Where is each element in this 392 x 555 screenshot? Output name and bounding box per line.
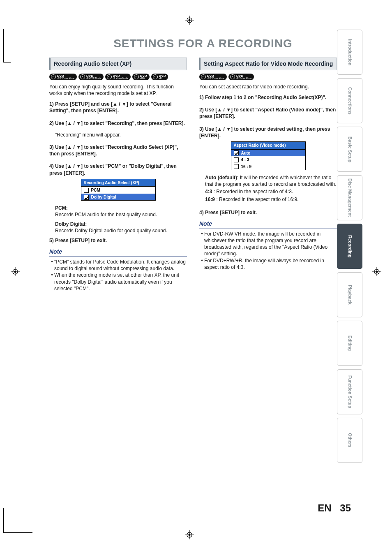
note-heading-right: Note <box>199 220 337 229</box>
svg-point-11 <box>14 271 16 273</box>
section-heading-left: Recording Audio Select (XP) <box>49 58 187 70</box>
r43-term: 4:3 <box>205 189 212 194</box>
disc-icon <box>134 74 139 79</box>
step-5: 5) Press [SETUP] to exit. <box>49 237 187 244</box>
menu-row[interactable]: Dolby Digital <box>81 194 155 201</box>
step-1: 1) Press [SETUP] and use [▲ / ▼] to sele… <box>49 101 187 114</box>
svg-point-15 <box>376 271 378 273</box>
note-item: For DVD+RW/+R, the image will always be … <box>204 257 337 271</box>
auto-term: Auto (default) <box>205 175 237 180</box>
checkbox-icon <box>234 164 239 169</box>
dvd-disc-badge: DVD+R <box>151 74 168 80</box>
checkbox-icon <box>234 150 239 155</box>
page-footer: EN 35 <box>318 502 351 514</box>
dolby-desc: Records Dolby Digital audio for good qua… <box>55 227 187 234</box>
section-tab[interactable]: Playback <box>337 272 362 317</box>
note-item: When the recording mode is set at other … <box>54 272 187 292</box>
step-4: 4) Use [▲ / ▼] to select "PCM" or "Dolby… <box>49 163 187 176</box>
crop-mark-bottom-left <box>3 508 32 533</box>
note-item: For DVD-RW VR mode, the image will be re… <box>204 231 337 257</box>
pcm-term: PCM: <box>55 205 187 211</box>
note-item: "PCM" stands for Pulse Code Modulation. … <box>54 259 187 272</box>
disc-icon <box>107 74 112 79</box>
dolby-term: Dolby Digital: <box>55 221 187 227</box>
r43-def: 4:3 : Recorded in the aspect ratio of 4:… <box>205 188 337 195</box>
menu-row[interactable]: Auto <box>231 150 305 157</box>
section-tab[interactable]: Introduction <box>337 30 362 75</box>
svg-point-3 <box>189 19 191 21</box>
step-r3: 3) Use [▲ / ▼] to select your desired se… <box>199 126 337 139</box>
registration-mark-icon <box>372 267 381 276</box>
section-tab[interactable]: Others <box>337 418 362 463</box>
step-2: 2) Use [▲ / ▼] to select "Recording", th… <box>49 120 187 127</box>
disc-icon <box>51 74 56 79</box>
section-tab[interactable]: Function Setup <box>337 369 362 414</box>
registration-mark-icon <box>185 530 194 539</box>
registration-mark-icon <box>11 267 20 276</box>
menu-row-label: Auto <box>241 150 251 156</box>
r169-body: : Recorded in the aspect ratio of 16:9. <box>216 197 298 202</box>
menu-aspect-ratio: Aspect Ratio (Video mode) Auto4 : 316 : … <box>231 141 306 170</box>
menu-row-label: 4 : 3 <box>241 157 249 163</box>
disc-badges-right: DVD-RW Video ModeDVD-R Video Mode <box>199 74 337 80</box>
checkbox-icon <box>84 195 89 200</box>
menu-row[interactable]: PCM <box>81 187 155 194</box>
checkbox-icon <box>84 188 89 193</box>
disc-icon <box>201 74 206 79</box>
section-tab[interactable]: Recording <box>337 224 362 269</box>
disc-icon <box>153 74 158 79</box>
disc-icon <box>80 74 85 79</box>
r169-term: 16:9 <box>205 197 215 202</box>
notes-right: For DVD-RW VR mode, the image will be re… <box>199 231 337 271</box>
menu-row[interactable]: 16 : 9 <box>231 163 305 170</box>
checkbox-icon <box>234 157 239 162</box>
dvd-disc-badge: DVD+RW <box>132 74 150 80</box>
disc-icon <box>230 74 235 79</box>
menu-row-label: 16 : 9 <box>241 164 252 170</box>
dvd-disc-badge: DVD-RW VR Mode <box>78 74 103 80</box>
note-heading-left: Note <box>49 248 187 257</box>
dvd-disc-badge: DVD-RW Video Mode <box>49 74 77 80</box>
intro-left: You can enjoy high quality sound recordi… <box>49 83 187 97</box>
r43-body: : Recorded in the aspect ratio of 4:3. <box>214 189 293 194</box>
intro-right: You can set aspect ratio for video mode … <box>199 83 337 90</box>
dvd-disc-badge: DVD-RW Video Mode <box>199 74 227 80</box>
menu-row[interactable]: 4 : 3 <box>231 156 305 163</box>
menu-title: Recording Audio Select (XP) <box>81 179 155 187</box>
page-title: SETTINGS FOR A RECORDING <box>49 37 357 50</box>
section-tab[interactable]: Disc Management <box>337 175 362 220</box>
menu-row-label: Dolby Digital <box>91 194 116 200</box>
menu-audio-select: Recording Audio Select (XP) PCMDolby Dig… <box>81 179 156 201</box>
menu-title: Aspect Ratio (Video mode) <box>231 142 305 150</box>
dvd-disc-badge: DVD-R Video Mode <box>228 74 254 80</box>
svg-point-7 <box>189 534 191 536</box>
col-left: Recording Audio Select (XP) DVD-RW Video… <box>49 58 187 294</box>
page-number: 35 <box>340 502 351 513</box>
section-heading-right: Setting Aspect Ratio for Video Mode Reco… <box>199 58 337 70</box>
section-tab[interactable]: Basic Setup <box>337 127 362 172</box>
r169-def: 16:9 : Recorded in the aspect ratio of 1… <box>205 196 337 203</box>
menu-row-label: PCM <box>91 187 100 193</box>
dvd-disc-badge: DVD-R Video Mode <box>105 74 131 80</box>
step-r4: 4) Press [SETUP] to exit. <box>199 209 337 216</box>
pcm-desc: Records PCM audio for the best quality s… <box>55 211 187 218</box>
auto-def: Auto (default): It will be recorded with… <box>205 174 337 187</box>
section-tabs: IntroductionConnectionsBasic SetupDisc M… <box>337 30 362 463</box>
section-tab[interactable]: Editing <box>337 321 362 366</box>
disc-badges-left: DVD-RW Video ModeDVD-RW VR ModeDVD-R Vid… <box>49 74 187 80</box>
crop-mark-top-left <box>3 29 27 62</box>
step-r2: 2) Use [▲ / ▼] to select "Aspect Ratio (… <box>199 106 337 120</box>
col-right: Setting Aspect Ratio for Video Mode Reco… <box>199 58 337 294</box>
notes-left: "PCM" stands for Pulse Code Modulation. … <box>49 259 187 292</box>
registration-mark-icon <box>185 16 194 25</box>
page-lang: EN <box>318 502 331 513</box>
step-r1: 1) Follow step 1 to 2 on "Recording Audi… <box>199 94 337 101</box>
step-2-after: "Recording" menu will appear. <box>55 132 187 138</box>
section-tab[interactable]: Connections <box>337 78 362 123</box>
step-3: 3) Use [▲ / ▼] to select "Recording Audi… <box>49 144 187 157</box>
